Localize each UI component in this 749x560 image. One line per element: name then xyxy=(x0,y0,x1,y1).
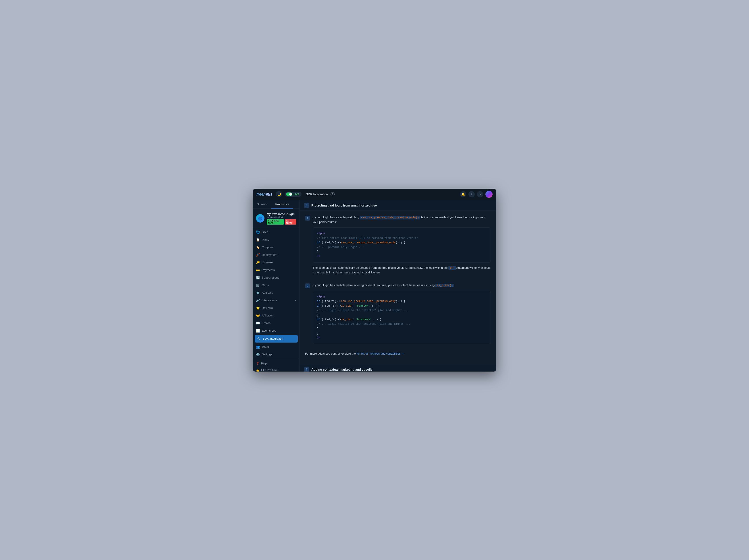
sidebar-item-emails[interactable]: ✉️ Emails xyxy=(253,319,300,327)
step1-paragraph: The code block will automatically be str… xyxy=(313,266,491,275)
step2-content: If your plugin has multiple plans offeri… xyxy=(313,283,491,347)
section4-title: Protecting paid logic from unauthorized … xyxy=(311,204,377,207)
sidebar-item-reviews[interactable]: ⭐ Reviews xyxy=(253,304,300,312)
section4-header: 4 Protecting paid logic from unauthorize… xyxy=(300,200,496,211)
help-button[interactable]: ❓ Help xyxy=(253,360,300,367)
content-area: 4 Protecting paid logic from unauthorize… xyxy=(300,200,496,372)
affiliation-icon: 🤝 xyxy=(256,314,260,317)
share-icon: 👍 xyxy=(256,368,259,372)
section5-num: 5 xyxy=(304,367,309,372)
step2-num: 2 xyxy=(305,284,310,288)
avatar[interactable] xyxy=(486,191,493,198)
sidebar-item-integrations[interactable]: 🔗 Integrations ▾ xyxy=(253,297,300,304)
notification-icon[interactable]: 🔔 xyxy=(460,191,466,197)
badge-exit: EXIT TEAM xyxy=(285,219,296,225)
sidebar-item-team[interactable]: 👥 Team xyxy=(253,343,300,351)
reviews-icon: ⭐ xyxy=(256,306,260,310)
sidebar-item-sdk-integration[interactable]: 🔧 SDK Integration xyxy=(255,335,298,342)
plugin-name: My Awesome Plugin xyxy=(267,212,296,216)
subscriptions-icon: 🔄 xyxy=(256,276,260,279)
settings-icon: ⚙️ xyxy=(256,353,260,356)
page-title: SDK Integration xyxy=(306,193,328,196)
step1-code-block: <?php // This entire code block will be … xyxy=(313,227,491,262)
step1-text: If your plugin has a single paid plan, c… xyxy=(313,215,491,225)
integrations-icon: 🔗 xyxy=(256,299,260,302)
plugin-avatar: 🔵 xyxy=(256,214,264,223)
stores-chevron: ▾ xyxy=(266,203,268,205)
logo: freemius xyxy=(256,192,272,197)
help-circle-icon[interactable]: ? xyxy=(330,192,335,196)
section5-header: 5 Adding contextual marketing and upsell… xyxy=(300,364,496,372)
plans-icon: 📋 xyxy=(256,238,260,242)
plugin-slug: fs-wp-sdk-plug xyxy=(267,216,296,218)
sidebar-item-addons[interactable]: ⚙️ Add Ons xyxy=(253,289,300,297)
step2-code-block: <?php if ( fsd_fs()->can_use_premium_cod… xyxy=(313,291,491,344)
step2-text: If your plugin has multiple plans offeri… xyxy=(313,283,491,288)
topbar: freemius 🌙 LIVE SDK Integration ? 🔔 ＋ ▾ xyxy=(253,189,496,200)
section5-title: Adding contextual marketing and upsells xyxy=(311,368,372,371)
badge-revenue: REVENUES PLAN xyxy=(267,219,284,225)
sdk-integration-icon: 🔧 xyxy=(257,337,260,340)
external-link-icon: ↗ xyxy=(402,353,404,355)
step1-content: If your plugin has a single paid plan, c… xyxy=(313,215,491,278)
licenses-icon: 🔑 xyxy=(256,261,260,264)
sidebar-item-licenses[interactable]: 🔑 Licenses xyxy=(253,259,300,266)
section4-body: 1 If your plugin has a single paid plan,… xyxy=(300,211,496,364)
step1-num: 1 xyxy=(305,216,310,221)
coupons-icon: 🏷️ xyxy=(256,246,260,249)
payments-icon: 💳 xyxy=(256,268,260,272)
step2-block: 2 If your plugin has multiple plans offe… xyxy=(305,283,491,347)
dropdown-icon[interactable]: ▾ xyxy=(477,191,483,197)
sidebar-item-payments[interactable]: 💳 Payments xyxy=(253,266,300,274)
subnav: Stores ▾ Products ▾ xyxy=(253,200,300,209)
footer-paragraph: For more advanced control, explore the f… xyxy=(305,352,491,356)
sidebar-item-events-log[interactable]: 📊 Events Log xyxy=(253,327,300,335)
live-badge: LIVE xyxy=(285,192,301,197)
emails-icon: ✉️ xyxy=(256,321,260,325)
carts-icon: 🛒 xyxy=(256,284,260,287)
full-list-link[interactable]: full list of methods and capabilities ↗ xyxy=(357,352,405,355)
sites-icon: 🌐 xyxy=(256,230,260,234)
subnav-products[interactable]: Products ▾ xyxy=(271,200,293,208)
sidebar-item-affiliation[interactable]: 🤝 Affiliation xyxy=(253,312,300,319)
help-icon: ❓ xyxy=(256,362,259,365)
products-chevron: ▾ xyxy=(288,203,289,205)
topbar-right: 🔔 ＋ ▾ xyxy=(460,191,493,198)
sidebar-nav: 🌐 Sites 📋 Plans 🏷️ Coupons 🚀 Deployment … xyxy=(253,228,300,358)
deployment-icon: 🚀 xyxy=(256,253,260,257)
badges: REVENUES PLAN EXIT TEAM xyxy=(267,219,296,225)
step1-block: 1 If your plugin has a single paid plan,… xyxy=(305,215,491,278)
main-layout: Stores ▾ Products ▾ 🔵 My Awesome Plugin … xyxy=(253,200,496,372)
sidebar-item-settings[interactable]: ⚙️ Settings xyxy=(253,351,300,358)
sidebar-item-plans[interactable]: 📋 Plans xyxy=(253,236,300,244)
sidebar-item-sites[interactable]: 🌐 Sites xyxy=(253,228,300,236)
if-code: if xyxy=(448,266,456,270)
live-toggle[interactable] xyxy=(286,193,292,196)
sidebar-item-coupons[interactable]: 🏷️ Coupons xyxy=(253,244,300,251)
share-button[interactable]: 👍 Like it? Share! xyxy=(253,367,300,372)
add-icon[interactable]: ＋ xyxy=(468,191,475,197)
section4-num: 4 xyxy=(304,203,309,208)
addons-icon: ⚙️ xyxy=(256,291,260,295)
sidebar-bottom: ❓ Help 👍 Like it? Share! xyxy=(253,358,300,372)
step2-code-func: is_plan(): xyxy=(435,284,454,287)
sidebar-item-subscriptions[interactable]: 🔄 Subscriptions xyxy=(253,274,300,282)
integrations-chevron: ▾ xyxy=(295,299,296,302)
sidebar-item-carts[interactable]: 🛒 Carts xyxy=(253,282,300,289)
plugin-info: 🔵 My Awesome Plugin fs-wp-sdk-plug REVEN… xyxy=(253,209,300,228)
sidebar: Stores ▾ Products ▾ 🔵 My Awesome Plugin … xyxy=(253,200,300,372)
team-icon: 👥 xyxy=(256,345,260,349)
app-window: freemius 🌙 LIVE SDK Integration ? 🔔 ＋ ▾ … xyxy=(253,189,496,372)
moon-icon[interactable]: 🌙 xyxy=(276,191,282,197)
subnav-stores[interactable]: Stores ▾ xyxy=(253,200,271,208)
plugin-details: My Awesome Plugin fs-wp-sdk-plug REVENUE… xyxy=(267,212,296,225)
step1-code-func: can_use_premium_code__premium_only() xyxy=(360,216,420,220)
events-log-icon: 📊 xyxy=(256,329,260,333)
live-label: LIVE xyxy=(294,193,299,196)
sidebar-item-deployment[interactable]: 🚀 Deployment xyxy=(253,251,300,259)
